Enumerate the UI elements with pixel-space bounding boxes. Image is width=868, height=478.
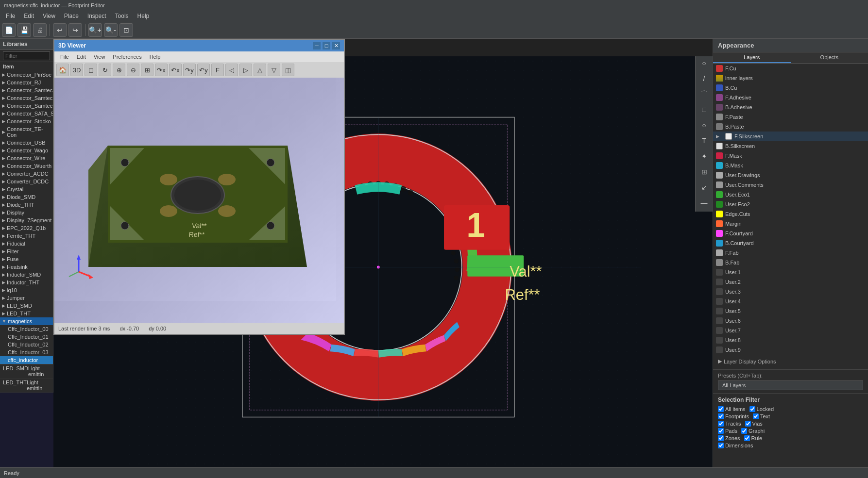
- layer-row-fcourtyard[interactable]: F.Courtyard: [713, 229, 868, 238]
- layer-row-user1[interactable]: User.1: [713, 267, 868, 277]
- viewer-front-btn[interactable]: F: [211, 64, 224, 76]
- sf-checkbox-all-items[interactable]: [718, 406, 724, 412]
- viewer-3d-icon-btn[interactable]: 3D: [70, 64, 83, 76]
- layer-display-header[interactable]: ▶ Layer Display Options: [718, 358, 863, 364]
- viewer-rot-x-neg-btn[interactable]: ↶x: [169, 64, 182, 76]
- viewer-zoom-fit-btn[interactable]: ⊞: [141, 64, 153, 76]
- dimension-button[interactable]: ↙: [698, 181, 711, 194]
- lib-group-filter[interactable]: ▶Filter: [0, 247, 53, 255]
- undo-button[interactable]: ↩: [53, 23, 67, 37]
- lib-group-connector-wuerth[interactable]: ▶Connector_Wuerth: [0, 162, 53, 170]
- measure-button[interactable]: —: [698, 196, 711, 210]
- presets-all-layers-button[interactable]: All Layers: [718, 380, 863, 390]
- sf-pads[interactable]: Pads: [718, 428, 737, 434]
- sf-checkbox-footprints[interactable]: [718, 413, 724, 419]
- lib-group-heatsink[interactable]: ▶Heatsink: [0, 263, 53, 271]
- layer-row-ffab[interactable]: F.Fab: [713, 248, 868, 258]
- layer-row-user8[interactable]: User.8: [713, 335, 868, 345]
- viewer-zoom-out-btn[interactable]: ⊖: [127, 64, 139, 76]
- draw-rect-button[interactable]: □: [698, 103, 711, 116]
- viewer-menu-preferences[interactable]: Preferences: [109, 53, 145, 61]
- sf-graphics[interactable]: Graphi: [741, 428, 765, 434]
- layer-row-user5[interactable]: User.5: [713, 306, 868, 316]
- add-anchor-button[interactable]: ✦: [698, 149, 711, 163]
- viewer-menu-file[interactable]: File: [56, 53, 73, 61]
- lib-group-diode-smd[interactable]: ▶Diode_SMD: [0, 193, 53, 201]
- lib-group-magnetics[interactable]: ▼magnetics: [0, 317, 53, 325]
- lib-item-cffc-inductor[interactable]: cffc_inductor: [0, 356, 53, 364]
- viewer-left-btn[interactable]: ◁: [225, 64, 238, 76]
- viewer-refresh-btn[interactable]: ↻: [99, 64, 111, 76]
- lib-group-inductor-smd[interactable]: ▶Inductor_SMD: [0, 271, 53, 279]
- menu-help[interactable]: Help: [134, 12, 153, 20]
- menu-tools[interactable]: Tools: [111, 12, 133, 20]
- lib-group-led-smd[interactable]: ▶LED_SMD: [0, 302, 53, 310]
- lib-group-converter-dcdc[interactable]: ▶Converter_DCDC: [0, 178, 53, 185]
- layer-row-user4[interactable]: User.4: [713, 297, 868, 306]
- sf-checkbox-zones[interactable]: [718, 435, 724, 441]
- viewer-close-button[interactable]: ✕: [332, 42, 340, 49]
- layer-row-usereco2[interactable]: User.Eco2: [713, 199, 868, 209]
- grid-settings-button[interactable]: ⊞: [698, 165, 711, 179]
- viewer-down-btn[interactable]: ▽: [268, 64, 280, 76]
- highlight-tool-button[interactable]: ○: [698, 56, 711, 70]
- layer-row-bmask[interactable]: B.Mask: [713, 161, 868, 170]
- tab-objects[interactable]: Objects: [791, 52, 868, 63]
- lib-group-jumper[interactable]: ▶Jumper: [0, 294, 53, 302]
- layer-row-badhesive[interactable]: B.Adhesive: [713, 102, 868, 112]
- lib-group-inductor-tht[interactable]: ▶Inductor_THT: [0, 279, 53, 286]
- viewer-rot-x-pos-btn[interactable]: ↷x: [155, 64, 168, 76]
- zoom-out-button[interactable]: 🔍-: [104, 23, 118, 37]
- add-text-button[interactable]: T: [698, 134, 711, 148]
- lib-group-fuse[interactable]: ▶Fuse: [0, 255, 53, 263]
- layer-row-fcu[interactable]: F.Cu: [713, 64, 868, 73]
- layer-row-fpaste[interactable]: F.Paste: [713, 112, 868, 122]
- sf-checkbox-rule[interactable]: [744, 435, 750, 441]
- sf-rule[interactable]: Rule: [744, 435, 763, 441]
- lib-group-connector-samtec2[interactable]: ▶Connector_Samtec: [0, 94, 53, 102]
- zoom-in-button[interactable]: 🔍+: [88, 23, 102, 37]
- viewer-minimize-button[interactable]: ─: [313, 42, 321, 49]
- layer-row-usercomments[interactable]: User.Comments: [713, 180, 868, 190]
- zoom-fit-button[interactable]: ⊡: [119, 23, 133, 37]
- sf-checkbox-locked[interactable]: [749, 406, 755, 412]
- menu-inspect[interactable]: Inspect: [84, 12, 110, 20]
- layer-row-bpaste[interactable]: B.Paste: [713, 122, 868, 132]
- lib-group-fiducial[interactable]: ▶Fiducial: [0, 240, 53, 247]
- layer-row-margin[interactable]: Margin: [713, 219, 868, 229]
- search-input[interactable]: [3, 51, 50, 60]
- draw-arc-button[interactable]: ⌒: [698, 87, 711, 101]
- lib-group-connector-samtec1[interactable]: ▶Connector_Samtec: [0, 86, 53, 94]
- menu-view[interactable]: View: [39, 12, 59, 20]
- redo-button[interactable]: ↪: [68, 23, 82, 37]
- tab-layers[interactable]: Layers: [713, 52, 791, 63]
- viewer-maximize-button[interactable]: □: [323, 42, 330, 49]
- lib-group-ferrite[interactable]: ▶Ferrite_THT: [0, 232, 53, 240]
- sf-checkbox-vias[interactable]: [745, 421, 751, 427]
- layer-row-userdrawings[interactable]: User.Drawings: [713, 170, 868, 180]
- layer-row-user9[interactable]: User.9: [713, 345, 868, 355]
- viewer-shadow-btn[interactable]: ◫: [282, 64, 294, 76]
- layer-row-bfab[interactable]: B.Fab: [713, 258, 868, 267]
- layer-row-bcourtyard[interactable]: B.Courtyard: [713, 238, 868, 248]
- lib-group-connector-sata[interactable]: ▶Connector_SATA_S: [0, 110, 53, 117]
- sf-locked[interactable]: Locked: [749, 406, 774, 412]
- sf-footprints[interactable]: Footprints: [718, 413, 749, 419]
- lib-group-diode-tht[interactable]: ▶Diode_THT: [0, 201, 53, 209]
- lib-group-connector-rj[interactable]: ▶Connector_RJ: [0, 79, 53, 86]
- sf-checkbox-tracks[interactable]: [718, 421, 724, 427]
- lib-group-connector-wire[interactable]: ▶Connector_Wire: [0, 154, 53, 162]
- viewer-menu-help[interactable]: Help: [146, 53, 165, 61]
- sf-tracks[interactable]: Tracks: [718, 421, 741, 427]
- viewer-zoom-in-btn[interactable]: ⊕: [113, 64, 125, 76]
- sf-vias[interactable]: Vias: [745, 421, 763, 427]
- layer-row-inner[interactable]: inner layers: [713, 73, 868, 83]
- sf-dimensions[interactable]: Dimensions: [718, 443, 753, 448]
- layer-row-edgecuts[interactable]: Edge.Cuts: [713, 209, 868, 219]
- lib-group-led-tht[interactable]: ▶LED_THT: [0, 310, 53, 317]
- print-button[interactable]: 🖨: [33, 23, 47, 37]
- layer-row-fadhesive[interactable]: F.Adhesive: [713, 93, 868, 102]
- lib-item-cffc00[interactable]: Cffc_Inductor_00: [0, 325, 53, 333]
- sf-text[interactable]: Text: [753, 413, 770, 419]
- lib-group-display-7seg[interactable]: ▶Display_7Segment: [0, 216, 53, 224]
